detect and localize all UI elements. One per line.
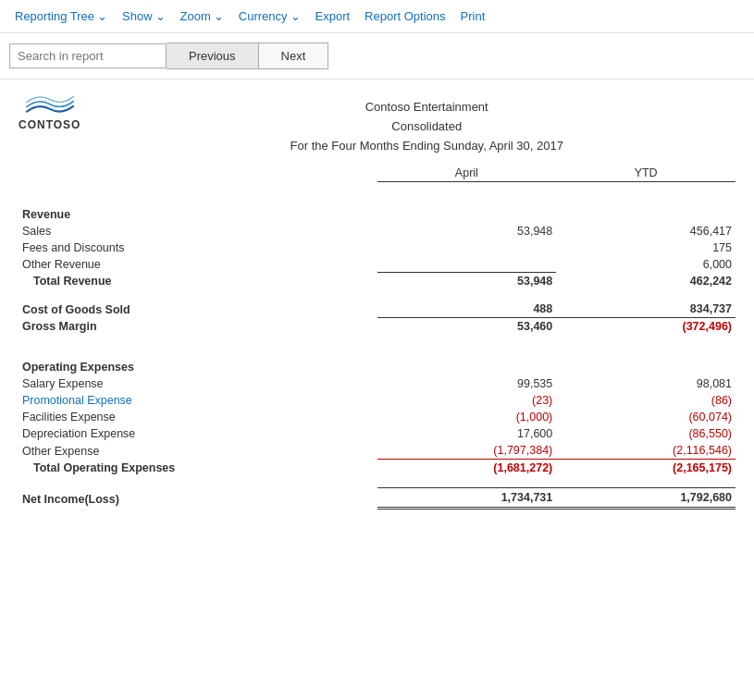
nav-print[interactable]: Print (455, 6, 491, 27)
row-ytd: (60,074) (556, 409, 735, 425)
row-label: Other Expense (19, 442, 377, 460)
nav-reporting-tree[interactable]: Reporting Tree ⌄ (9, 6, 113, 27)
zoom-label: Zoom (180, 9, 211, 23)
row-label[interactable]: Promotional Expense (19, 392, 377, 409)
row-label: Fees and Discounts (19, 239, 377, 256)
row-april: 17,600 (377, 425, 557, 442)
row-april: 99,535 (377, 375, 557, 392)
row-ytd: (86,550) (556, 425, 735, 442)
total-opex-april: (1,681,272) (377, 460, 557, 477)
total-revenue-label: Total Revenue (19, 273, 377, 290)
revenue-section-header: Revenue (19, 193, 735, 223)
table-row: Promotional Expense (23) (86) (19, 392, 735, 409)
total-revenue-april: 53,948 (377, 273, 557, 290)
col-header-ytd: YTD (556, 165, 735, 182)
row-label: Facilities Expense (19, 409, 377, 425)
row-label: Sales (19, 223, 377, 239)
net-income-row: Net Income(Loss) 1,734,731 1,792,680 (19, 487, 735, 508)
dropdown-icon: ⌄ (290, 9, 301, 23)
report-title-line3: For the Four Months Ending Sunday, April… (117, 137, 735, 156)
row-ytd: 456,417 (556, 223, 735, 239)
table-row: Fees and Discounts 175 (19, 239, 735, 256)
revenue-label: Revenue (19, 193, 377, 223)
export-label: Export (315, 9, 351, 23)
table-row: Other Expense (1,797,384) (2,116,546) (19, 442, 735, 460)
total-opex-label: Total Operating Expenses (19, 460, 377, 477)
row-april: 53,948 (377, 223, 557, 239)
opex-label: Operating Expenses (19, 346, 377, 375)
net-income-label: Net Income(Loss) (19, 487, 377, 508)
report-header: CONTOSO Contoso Entertainment Consolidat… (19, 89, 735, 155)
search-row: Previous Next (0, 33, 754, 80)
currency-label: Currency (239, 9, 288, 23)
row-label: Salary Expense (19, 375, 377, 392)
show-label: Show (122, 9, 153, 23)
cogs-april: 488 (377, 301, 557, 318)
row-ytd: (2,116,546) (556, 442, 735, 460)
total-revenue-row: Total Revenue 53,948 462,242 (19, 273, 735, 290)
logo-icon (22, 89, 78, 117)
next-button[interactable]: Next (259, 43, 329, 69)
reporting-tree-label: Reporting Tree (15, 9, 94, 23)
nav-currency[interactable]: Currency ⌄ (233, 6, 306, 27)
dropdown-icon: ⌄ (214, 9, 224, 23)
table-row: Salary Expense 99,535 98,081 (19, 375, 735, 392)
total-revenue-ytd: 462,242 (556, 273, 735, 290)
nav-report-options[interactable]: Report Options (359, 6, 451, 27)
top-nav: Reporting Tree ⌄ Show ⌄ Zoom ⌄ Currency … (0, 0, 754, 33)
nav-zoom[interactable]: Zoom ⌄ (175, 6, 229, 27)
report-title-line1: Contoso Entertainment (117, 98, 735, 117)
table-row: Sales 53,948 456,417 (19, 223, 735, 239)
table-row: Facilities Expense (1,000) (60,074) (19, 409, 735, 425)
print-label: Print (461, 9, 486, 23)
row-april (377, 239, 557, 256)
report-area: CONTOSO Contoso Entertainment Consolidat… (0, 80, 754, 528)
row-ytd: 175 (556, 239, 735, 256)
row-label: Depreciation Expense (19, 425, 377, 442)
cogs-label: Cost of Goods Sold (19, 301, 377, 318)
table-row: Other Revenue 6,000 (19, 256, 735, 273)
nav-export[interactable]: Export (310, 6, 356, 27)
row-label: Other Revenue (19, 256, 377, 273)
row-april: (1,797,384) (377, 442, 557, 460)
report-table: April YTD Revenue Sales 53,948 456,417 (19, 165, 735, 510)
logo-area: CONTOSO (19, 89, 80, 131)
table-row: Gross Margin 53,460 (372,496) (19, 318, 735, 336)
table-row: Depreciation Expense 17,600 (86,550) (19, 425, 735, 442)
net-income-april: 1,734,731 (377, 487, 557, 508)
row-april: (1,000) (377, 409, 557, 425)
total-opex-ytd: (2,165,175) (556, 460, 735, 477)
row-ytd: 6,000 (556, 256, 735, 273)
col-header-april: April (377, 165, 557, 182)
dropdown-icon: ⌄ (97, 9, 107, 23)
nav-show[interactable]: Show ⌄ (117, 6, 171, 27)
report-options-label: Report Options (365, 9, 445, 23)
table-row: Cost of Goods Sold 488 834,737 (19, 301, 735, 318)
report-title: Contoso Entertainment Consolidated For t… (117, 98, 735, 155)
row-april: (23) (377, 392, 557, 409)
logo-text: CONTOSO (19, 118, 80, 131)
row-ytd: (86) (556, 392, 735, 409)
report-title-line2: Consolidated (117, 117, 735, 137)
gross-margin-april: 53,460 (377, 318, 557, 336)
previous-button[interactable]: Previous (167, 43, 259, 69)
net-income-ytd: 1,792,680 (556, 487, 735, 508)
search-input[interactable] (9, 43, 167, 68)
gross-margin-label: Gross Margin (19, 318, 377, 336)
total-opex-row: Total Operating Expenses (1,681,272) (2,… (19, 460, 735, 477)
dropdown-icon: ⌄ (155, 9, 166, 23)
row-april (377, 256, 557, 273)
gross-margin-ytd: (372,496) (556, 318, 735, 336)
opex-section-header: Operating Expenses (19, 346, 735, 375)
row-ytd: 98,081 (556, 375, 735, 392)
cogs-ytd: 834,737 (556, 301, 735, 318)
